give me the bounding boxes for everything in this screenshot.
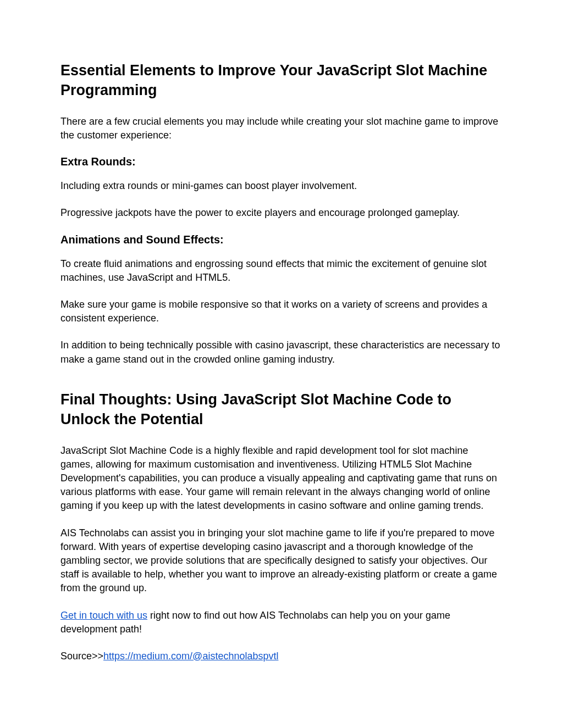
- subheading-extra-rounds: Extra Rounds:: [60, 155, 503, 168]
- paragraph-contact: Get in touch with us right now to find o…: [60, 609, 503, 636]
- paragraph-animations-1: To create fluid animations and engrossin…: [60, 257, 503, 285]
- paragraph-animations-3: In addition to being technically possibl…: [60, 338, 503, 366]
- intro-paragraph: There are a few crucial elements you may…: [60, 115, 503, 142]
- paragraph-final-2: AIS Technolabs can assist you in bringin…: [60, 526, 503, 596]
- paragraph-final-1: JavaScript Slot Machine Code is a highly…: [60, 444, 503, 513]
- paragraph-extra-rounds-1: Including extra rounds or mini-games can…: [60, 179, 503, 193]
- paragraph-extra-rounds-2: Progressive jackpots have the power to e…: [60, 206, 503, 220]
- heading-essential-elements: Essential Elements to Improve Your JavaS…: [60, 60, 503, 101]
- source-prefix: Source>>: [60, 651, 103, 662]
- heading-final-thoughts: Final Thoughts: Using JavaScript Slot Ma…: [60, 390, 503, 430]
- paragraph-animations-2: Make sure your game is mobile responsive…: [60, 298, 503, 325]
- contact-link[interactable]: Get in touch with us: [60, 610, 147, 621]
- source-line: Source>>https://medium.com/@aistechnolab…: [60, 649, 503, 663]
- subheading-animations: Animations and Sound Effects:: [60, 234, 503, 246]
- source-link[interactable]: https://medium.com/@aistechnolabspvtl: [103, 651, 278, 662]
